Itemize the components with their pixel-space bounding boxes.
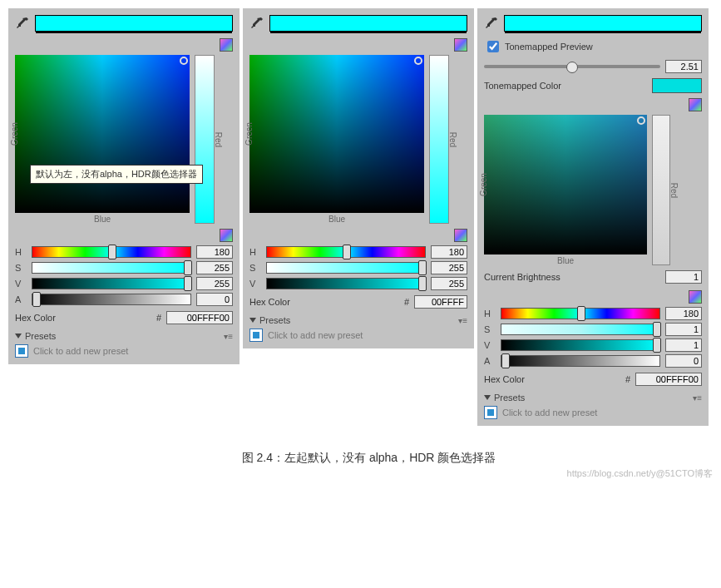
axis-label-red: Red [213,131,222,146]
slider-mode-icon[interactable] [454,229,467,242]
v-field[interactable] [196,277,233,290]
value-strip[interactable]: Red [429,55,449,224]
s-label: S [15,263,27,273]
slider-mode-icon[interactable] [220,229,233,242]
v-label: V [484,340,496,350]
watermark: https://blog.csdn.net/y@51CTO博客 [8,467,721,480]
tonemap-value-field[interactable] [665,60,702,73]
axis-label-blue: Blue [484,256,647,265]
add-preset-hint: Click to add new preset [33,346,128,356]
preset-add-button[interactable] [249,329,263,342]
presets-menu-icon[interactable]: ▾≡ [458,316,467,325]
a-field[interactable] [196,293,233,306]
presets-label: Presets [259,315,290,325]
color-picker-default: Green Blue 默认为左，没有alpha，HDR颜色选择器 Red H S [8,8,240,364]
v-slider[interactable] [32,278,191,289]
preset-add-button[interactable] [484,406,497,419]
s-slider[interactable] [501,324,660,335]
s-slider[interactable] [32,262,191,274]
h-field[interactable] [431,245,467,259]
disclosure-triangle-icon[interactable] [249,318,256,323]
v-slider[interactable] [501,339,660,351]
hex-field[interactable] [635,373,702,386]
sv-marker[interactable] [180,57,188,65]
h-field[interactable] [196,245,233,259]
a-slider[interactable] [32,294,191,305]
slider-mode-icon[interactable] [689,290,702,304]
presets-label: Presets [494,393,525,403]
value-strip[interactable]: Red [195,55,215,224]
hex-field[interactable] [166,311,233,324]
brightness-field[interactable] [665,270,702,284]
s-field[interactable] [431,261,467,274]
s-label: S [484,324,496,334]
add-preset-hint: Click to add new preset [502,408,597,418]
sv-square[interactable]: Green [484,115,647,254]
top-row [15,15,233,32]
color-mode-icon[interactable] [454,38,467,52]
axis-label-red: Red [669,182,678,197]
a-label: A [15,294,27,304]
h-slider[interactable] [32,246,191,258]
sv-marker[interactable] [414,57,422,65]
tonemapped-color-swatch [652,78,702,93]
presets-header[interactable]: Presets ▾≡ [15,331,233,341]
hex-row: Hex Color # [15,311,233,324]
presets-header[interactable]: Presets ▾≡ [484,393,702,403]
s-field[interactable] [665,323,702,336]
h-slider[interactable] [266,246,426,258]
h-slider[interactable] [501,308,660,319]
disclosure-triangle-icon[interactable] [484,395,491,400]
a-field[interactable] [665,354,702,368]
h-field[interactable] [665,307,702,320]
preset-add-button[interactable] [15,344,28,358]
sv-square[interactable]: Green [249,55,424,213]
current-color-swatch[interactable] [269,15,467,32]
hsva-sliders: H S V A [15,245,233,306]
eyedropper-icon[interactable] [484,16,499,31]
current-color-swatch[interactable] [504,15,702,32]
v-slider[interactable] [266,278,426,289]
axis-label-green: Green [244,122,254,146]
sv-marker[interactable] [637,116,645,125]
eyedropper-icon[interactable] [249,16,264,31]
v-label: V [15,279,27,289]
color-mode-icon[interactable] [220,38,233,52]
presets-menu-icon[interactable]: ▾≡ [224,332,233,341]
hex-label: Hex Color [484,374,525,384]
add-preset-hint: Click to add new preset [268,330,363,340]
presets-label: Presets [25,331,56,341]
v-field[interactable] [431,277,467,290]
eyedropper-icon[interactable] [15,16,30,31]
tonemap-label: Tonemapped Preview [505,42,593,52]
tooltip: 默认为左，没有alpha，HDR颜色选择器 [30,165,203,184]
tonemapped-color-label: Tonemapped Color [484,81,561,91]
h-label: H [249,247,261,257]
presets-menu-icon[interactable]: ▾≡ [693,393,702,403]
disclosure-triangle-icon[interactable] [15,334,22,338]
tonemap-checkbox[interactable] [487,41,499,52]
hex-label: Hex Color [15,313,56,323]
hex-hash: # [404,297,409,307]
presets-header[interactable]: Presets ▾≡ [249,315,467,325]
presets-body: Click to add new preset [15,344,233,358]
a-slider[interactable] [501,355,660,367]
value-strip[interactable]: Red [652,115,670,265]
color-picker-no-alpha: Green Blue Red H S V [243,8,474,348]
color-picker-hdr: Tonemapped Preview Tonemapped Color Gree… [477,8,709,426]
tonemap-slider[interactable] [484,61,660,72]
hex-label: Hex Color [249,297,290,307]
axis-label-green: Green [10,122,19,146]
sv-square[interactable]: Green [15,55,190,213]
s-field[interactable] [196,261,233,274]
axis-label-red: Red [447,131,457,146]
current-color-swatch[interactable] [35,15,233,32]
hex-field[interactable] [414,295,467,309]
v-field[interactable] [665,338,702,352]
a-label: A [484,356,496,366]
color-mode-icon[interactable] [689,98,702,111]
s-slider[interactable] [266,262,426,274]
brightness-label: Current Brightness [484,272,561,282]
tonemap-checkbox-row: Tonemapped Preview [484,38,702,55]
h-label: H [15,247,27,257]
